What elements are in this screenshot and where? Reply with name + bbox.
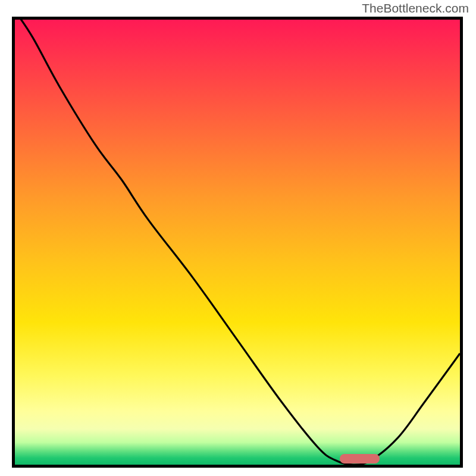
optimal-marker [340, 454, 380, 464]
chart-frame [12, 17, 463, 468]
curve-svg [15, 20, 460, 465]
bottleneck-curve [15, 20, 460, 465]
chart-container: TheBottleneck.com [0, 0, 476, 476]
watermark-text: TheBottleneck.com [362, 1, 469, 15]
